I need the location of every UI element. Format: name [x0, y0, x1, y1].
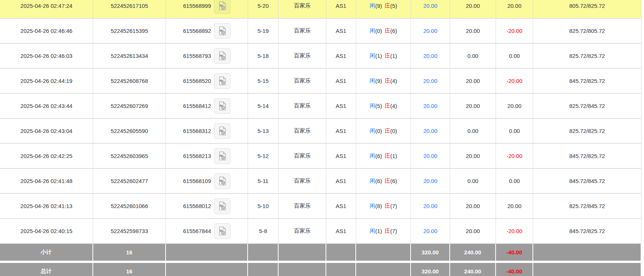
table-name-cell: AS1 — [326, 169, 356, 193]
player-result-label: 闲 — [370, 177, 375, 184]
result-cell: 闲(1)庄(7) — [356, 219, 411, 243]
player-result-label: 闲 — [370, 77, 375, 84]
empty-cell — [326, 244, 356, 261]
result-cell: 闲(6)庄(1) — [356, 144, 411, 168]
balance-cell: 825.72/845.72 — [533, 194, 641, 218]
bet-id-cell: 522452598733 — [93, 219, 166, 243]
empty-cell — [279, 263, 326, 276]
round-id-value: 615568412 — [183, 103, 211, 109]
bet-record-row[interactable]: 2025-04-26 02:47:24 522452617105 6155689… — [0, 0, 641, 19]
game-type-cell: 百家乐 — [279, 44, 326, 68]
total-label: 总计 — [0, 263, 93, 276]
win-loss-cell: -20.00 — [496, 144, 533, 168]
balance-cell: 845.72/825.72 — [533, 69, 641, 93]
bet-record-row[interactable]: 2025-04-26 02:46:46 522452615395 6155688… — [0, 19, 641, 44]
table-name-cell: AS1 — [326, 219, 356, 243]
bet-record-row[interactable]: 2025-04-26 02:41:13 522452601066 6155680… — [0, 194, 641, 219]
game-type-cell: 百家乐 — [279, 94, 326, 118]
result-cell: 闲(0)庄(6) — [356, 19, 411, 43]
video-replay-button[interactable] — [214, 223, 230, 239]
win-loss-cell: 0.00 — [496, 44, 533, 68]
win-loss-cell: -40.00 — [496, 244, 533, 261]
video-replay-button[interactable] — [214, 98, 230, 114]
balance-cell: 825.72/805.72 — [533, 19, 641, 43]
banker-result-label: 庄 — [385, 102, 390, 109]
video-replay-button[interactable] — [214, 198, 230, 214]
player-result-score: (5) — [375, 103, 382, 109]
bet-time-cell: 2025-04-26 02:46:46 — [0, 19, 93, 43]
valid-bet-cell: 20.00 — [450, 69, 496, 93]
game-round-id-cell: 615567844 — [166, 219, 248, 243]
valid-bet-cell: 20.00 — [450, 19, 496, 43]
bet-record-row[interactable]: 2025-04-26 02:41:48 522452602477 6155681… — [0, 169, 641, 194]
game-round-id-cell: 615568892 — [166, 19, 248, 43]
bet-record-row[interactable]: 2025-04-26 02:43:04 522452605590 6155683… — [0, 119, 641, 144]
bet-record-row[interactable]: 2025-04-26 02:44:19 522452608768 6155685… — [0, 69, 641, 94]
player-result-score: (9) — [375, 3, 382, 9]
table-name-cell: AS1 — [326, 119, 356, 143]
round-id-value: 615568793 — [183, 53, 211, 59]
video-replay-button[interactable] — [214, 173, 230, 189]
valid-bet-cell: 20.00 — [450, 144, 496, 168]
bet-record-row[interactable]: 2025-04-26 02:42:25 522452603965 6155682… — [0, 144, 641, 169]
round-number-cell: 5-19 — [248, 19, 279, 43]
game-round-id-cell: 615568520 — [166, 69, 248, 93]
result-cell: 闲(9)庄(5) — [356, 0, 411, 18]
player-result-score: (1) — [375, 53, 382, 59]
bet-time-cell: 2025-04-26 02:42:25 — [0, 144, 93, 168]
video-replay-button[interactable] — [214, 0, 230, 14]
bet-time-cell: 2025-04-26 02:43:04 — [0, 119, 93, 143]
win-loss-cell: 20.00 — [496, 0, 533, 18]
balance-cell: 845.72/825.72 — [533, 219, 641, 243]
table-name-cell: AS1 — [326, 44, 356, 68]
bet-amount-cell: 20.00 — [411, 144, 450, 168]
banker-result-label: 庄 — [385, 177, 390, 184]
bet-time-cell: 2025-04-26 02:46:03 — [0, 44, 93, 68]
game-round-id-cell: 615568109 — [166, 169, 248, 193]
player-result-score: (6) — [375, 178, 382, 184]
bet-amount-cell: 20.00 — [411, 119, 450, 143]
result-cell: 闲(9)庄(4) — [356, 69, 411, 93]
bet-time-cell: 2025-04-26 02:44:19 — [0, 69, 93, 93]
video-replay-button[interactable] — [214, 73, 230, 89]
video-replay-button[interactable] — [214, 123, 230, 139]
bet-amount-cell: 20.00 — [411, 69, 450, 93]
game-round-id-cell: 615568012 — [166, 194, 248, 218]
video-replay-button[interactable] — [214, 23, 230, 39]
banker-result-label: 庄 — [385, 77, 390, 84]
video-replay-button[interactable] — [214, 48, 230, 64]
round-id-value: 615568892 — [183, 28, 211, 34]
player-result-label: 闲 — [370, 2, 375, 9]
table-name-cell: AS1 — [326, 69, 356, 93]
bet-time-cell: 2025-04-26 02:47:24 — [0, 0, 93, 18]
table-name-cell: AS1 — [326, 194, 356, 218]
win-loss-cell: 20.00 — [496, 194, 533, 218]
round-number-cell: 5-14 — [248, 94, 279, 118]
result-cell: 闲(6)庄(6) — [356, 169, 411, 193]
table-name-cell: AS1 — [326, 19, 356, 43]
bet-record-row[interactable]: 2025-04-26 02:43:44 522452607269 6155684… — [0, 94, 641, 119]
valid-bet-cell: 0.00 — [450, 169, 496, 193]
player-result-score: (0) — [375, 28, 382, 34]
game-round-id-cell: 615568213 — [166, 144, 248, 168]
game-type-cell: 百家乐 — [279, 19, 326, 43]
round-number-cell: 5-13 — [248, 119, 279, 143]
video-document-icon — [217, 226, 227, 236]
empty-cell — [356, 263, 411, 276]
banker-result-score: (4) — [390, 103, 397, 109]
video-replay-button[interactable] — [214, 148, 230, 164]
bet-record-row[interactable]: 2025-04-26 02:46:03 522452613434 6155687… — [0, 44, 641, 69]
round-number-cell: 5-15 — [248, 69, 279, 93]
banker-result-label: 庄 — [385, 127, 390, 134]
bet-time-cell: 2025-04-26 02:40:15 — [0, 219, 93, 243]
total-count: 16 — [93, 263, 166, 276]
valid-bet-cell: 20.00 — [450, 194, 496, 218]
balance-cell: 825.72/825.72 — [533, 44, 641, 68]
empty-cell — [326, 263, 356, 276]
game-round-id-cell: 615568412 — [166, 94, 248, 118]
bet-record-row[interactable]: 2025-04-26 02:40:15 522452598733 6155678… — [0, 219, 641, 244]
balance-cell: 825.72/825.72 — [533, 119, 641, 143]
game-type-cell: 百家乐 — [279, 0, 326, 18]
empty-cell — [166, 244, 248, 261]
game-type-cell: 百家乐 — [279, 194, 326, 218]
